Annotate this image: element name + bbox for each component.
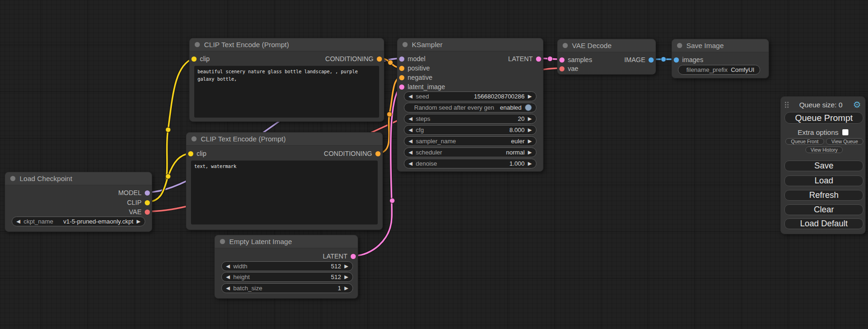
conditioning-output-port[interactable] xyxy=(375,151,381,156)
arrow-right-icon[interactable]: ▶ xyxy=(528,161,532,166)
output-label: LATENT xyxy=(508,55,533,63)
batch-size-widget[interactable]: ◀ batch_size 1 ▶ xyxy=(221,283,353,293)
load-button[interactable]: Load xyxy=(784,175,863,186)
arrow-right-icon[interactable]: ▶ xyxy=(345,264,348,269)
output-slot-latent: LATENT xyxy=(323,252,356,261)
save-button[interactable]: Save xyxy=(784,161,863,171)
random-seed-widget[interactable]: Random seed after every gen enabled xyxy=(404,103,536,112)
arrow-left-icon[interactable]: ◀ xyxy=(226,286,230,291)
node-vae-decode[interactable]: VAE Decode samples vae IMAGE xyxy=(557,39,656,75)
toggle-icon[interactable] xyxy=(525,104,532,111)
vae-output-port[interactable] xyxy=(145,210,150,215)
queue-prompt-button[interactable]: Queue Prompt xyxy=(784,112,863,124)
node-title: Empty Latent Image xyxy=(229,238,292,245)
extra-options-label: Extra options xyxy=(797,128,839,136)
arrow-left-icon[interactable]: ◀ xyxy=(226,264,230,269)
samples-input-port[interactable] xyxy=(559,57,565,63)
arrow-right-icon[interactable]: ▶ xyxy=(528,139,532,144)
prompt-textarea[interactable]: beautiful scenery nature glass bottle la… xyxy=(194,66,379,118)
arrow-right-icon[interactable]: ▶ xyxy=(528,150,532,155)
steps-widget[interactable]: ◀ steps 20 ▶ xyxy=(404,114,536,124)
node-clip-text-encode-negative[interactable]: CLIP Text Encode (Prompt) clip CONDITION… xyxy=(186,132,383,230)
arrow-left-icon[interactable]: ◀ xyxy=(226,274,230,280)
clip-input-port[interactable] xyxy=(191,56,197,62)
model-input-port[interactable] xyxy=(399,56,404,62)
images-input-port[interactable] xyxy=(674,57,679,63)
arrow-right-icon[interactable]: ▶ xyxy=(137,219,141,224)
queue-front-button[interactable]: Queue Front xyxy=(785,138,824,145)
node-ksampler[interactable]: KSampler model positive negative latent_… xyxy=(397,38,543,172)
clip-input-port[interactable] xyxy=(188,151,193,156)
node-clip-text-encode-positive[interactable]: CLIP Text Encode (Prompt) clip CONDITION… xyxy=(189,38,384,122)
view-history-button[interactable]: View History xyxy=(805,147,843,153)
latent-output-port[interactable] xyxy=(536,56,541,62)
input-label: vae xyxy=(568,65,579,72)
collapse-dot-icon[interactable] xyxy=(195,42,200,47)
positive-input-port[interactable] xyxy=(399,66,404,71)
node-title-bar[interactable]: CLIP Text Encode (Prompt) xyxy=(190,38,384,51)
node-title-bar[interactable]: Empty Latent Image xyxy=(215,235,358,248)
arrow-left-icon[interactable]: ◀ xyxy=(409,94,412,99)
node-title-bar[interactable]: CLIP Text Encode (Prompt) xyxy=(186,133,382,146)
load-default-button[interactable]: Load Default xyxy=(784,218,863,229)
width-widget[interactable]: ◀ width 512 ▶ xyxy=(221,261,353,271)
arrow-right-icon[interactable]: ▶ xyxy=(345,274,348,280)
input-slot-clip: clip xyxy=(188,149,206,158)
conditioning-output-port[interactable] xyxy=(377,56,382,62)
widget-label: batch_size xyxy=(233,285,262,292)
input-slot-negative: negative xyxy=(399,73,432,82)
image-output-port[interactable] xyxy=(649,57,654,63)
clip-output-port[interactable] xyxy=(145,200,150,205)
prompt-textarea[interactable]: text, watermark xyxy=(191,161,378,224)
model-output-port[interactable] xyxy=(145,190,150,196)
arrow-right-icon[interactable]: ▶ xyxy=(528,127,532,133)
clear-button[interactable]: Clear xyxy=(784,204,863,215)
node-empty-latent-image[interactable]: Empty Latent Image LATENT ◀ width 512 ▶ … xyxy=(214,235,358,299)
gear-icon[interactable]: ⚙ xyxy=(853,100,861,109)
output-slot-clip: CLIP xyxy=(127,198,150,207)
arrow-left-icon[interactable]: ◀ xyxy=(409,161,412,166)
arrow-right-icon[interactable]: ▶ xyxy=(528,116,532,121)
cfg-widget[interactable]: ◀ cfg 8.000 ▶ xyxy=(404,125,536,135)
node-title-bar[interactable]: Load Checkpoint xyxy=(5,172,152,185)
queue-size-label: Queue size: 0 xyxy=(789,101,853,109)
sampler-name-widget[interactable]: ◀ sampler_name euler ▶ xyxy=(404,136,536,146)
node-save-image[interactable]: Save Image images filename_prefix ComfyU… xyxy=(671,39,769,78)
denoise-widget[interactable]: ◀ denoise 1.000 ▶ xyxy=(404,159,536,168)
vae-input-port[interactable] xyxy=(559,66,565,71)
output-label: VAE xyxy=(129,208,141,216)
arrow-left-icon[interactable]: ◀ xyxy=(16,219,20,224)
view-queue-button[interactable]: View Queue xyxy=(826,138,863,145)
negative-input-port[interactable] xyxy=(399,75,404,80)
node-title-bar[interactable]: Save Image xyxy=(672,39,769,52)
widget-label: filename_prefix xyxy=(686,66,727,73)
node-load-checkpoint[interactable]: Load Checkpoint MODEL CLIP VAE ◀ ckpt_na… xyxy=(5,172,152,232)
output-label: CONDITIONING xyxy=(325,55,374,63)
collapse-dot-icon[interactable] xyxy=(402,42,408,47)
collapse-dot-icon[interactable] xyxy=(10,176,15,181)
latent-image-input-port[interactable] xyxy=(399,84,404,90)
node-title-bar[interactable]: KSampler xyxy=(397,38,543,51)
output-label: MODEL xyxy=(118,189,141,196)
arrow-left-icon[interactable]: ◀ xyxy=(409,116,412,121)
seed-widget[interactable]: ◀ seed 156680208700286 ▶ xyxy=(404,91,536,101)
ckpt-name-widget[interactable]: ◀ ckpt_name v1-5-pruned-emaonly.ckpt ▶ xyxy=(12,217,145,226)
output-slot-vae: VAE xyxy=(129,207,150,217)
refresh-button[interactable]: Refresh xyxy=(784,190,863,201)
node-title-bar[interactable]: VAE Decode xyxy=(557,39,656,52)
collapse-dot-icon[interactable] xyxy=(220,239,225,244)
collapse-dot-icon[interactable] xyxy=(563,43,568,48)
arrow-right-icon[interactable]: ▶ xyxy=(528,94,532,99)
filename-prefix-widget[interactable]: filename_prefix ComfyUI xyxy=(678,65,760,75)
arrow-left-icon[interactable]: ◀ xyxy=(409,127,412,133)
arrow-left-icon[interactable]: ◀ xyxy=(409,139,412,144)
latent-output-port[interactable] xyxy=(351,254,356,259)
arrow-left-icon[interactable]: ◀ xyxy=(409,150,412,155)
collapse-dot-icon[interactable] xyxy=(677,43,682,48)
collapse-dot-icon[interactable] xyxy=(191,136,197,141)
scheduler-widget[interactable]: ◀ scheduler normal ▶ xyxy=(404,147,536,157)
height-widget[interactable]: ◀ height 512 ▶ xyxy=(221,272,353,282)
arrow-right-icon[interactable]: ▶ xyxy=(345,286,348,291)
drag-handle-icon[interactable] xyxy=(785,102,789,108)
extra-options-checkbox[interactable] xyxy=(842,129,848,135)
